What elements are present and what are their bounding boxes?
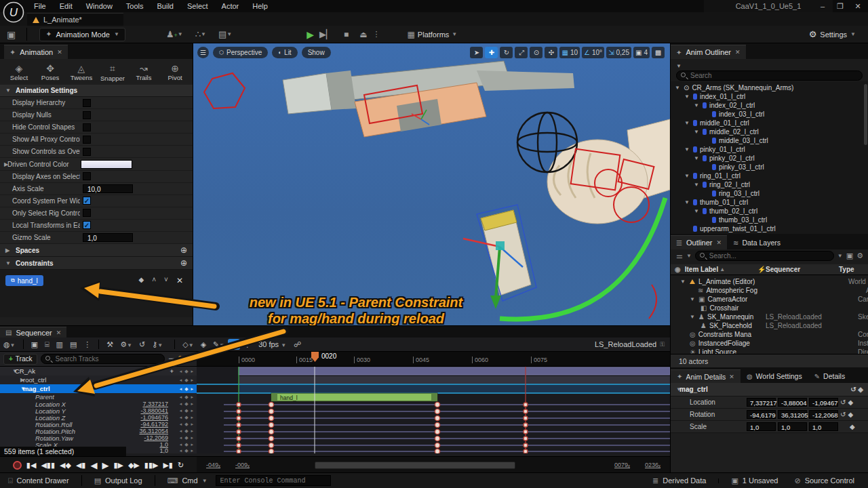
- tree-item[interactable]: ▼index_02_l_ctrl: [694, 101, 755, 110]
- tree-item[interactable]: ▼middle_02_l_ctrl: [694, 127, 759, 136]
- world-local-toggle-icon[interactable]: ⊙: [530, 47, 542, 58]
- loop-icon[interactable]: ↻: [178, 461, 184, 470]
- checkbox[interactable]: [83, 111, 91, 119]
- location-y-field[interactable]: -3,88004: [778, 398, 807, 407]
- add-actor-icon[interactable]: ♟+: [166, 29, 178, 39]
- camera-icon[interactable]: ▥: [53, 340, 66, 349]
- settings-chevron[interactable]: ▼: [850, 31, 856, 37]
- world-dropdown-icon[interactable]: ◍▼: [0, 340, 19, 349]
- menu-edit[interactable]: Edit: [53, 1, 79, 12]
- tree-item[interactable]: ▼ring_02_l_ctrl: [694, 180, 750, 189]
- tool-trails[interactable]: ↝Trails: [129, 63, 159, 82]
- checkbox[interactable]: [83, 123, 91, 131]
- perspective-dropdown[interactable]: ⬡ Perspective: [213, 47, 268, 58]
- add-constraint-icon[interactable]: ⊕: [180, 258, 187, 268]
- maximize-viewport-icon[interactable]: ▩: [652, 47, 665, 58]
- mag-ctrl-section-header[interactable]: ▼ mag_ctrl ↺ ◆: [671, 383, 868, 396]
- search-tracks-input[interactable]: [41, 354, 164, 364]
- menu-tools[interactable]: Tools: [119, 1, 151, 12]
- editor-mode-select[interactable]: ✦ Animation Mode ▼: [39, 28, 125, 41]
- anim-outliner-search[interactable]: [676, 70, 863, 81]
- timeline-scrollbar[interactable]: [315, 462, 515, 469]
- step-forward-icon[interactable]: ▮▶: [113, 461, 123, 470]
- key-nav-icons[interactable]: ◂ ◆ ▸: [180, 378, 194, 383]
- play-reverse-icon[interactable]: ◀: [90, 460, 97, 470]
- tree-item[interactable]: thumb_03_l_ctrl: [703, 216, 767, 224]
- checkbox[interactable]: [83, 99, 91, 107]
- column-sequencer[interactable]: Sequencer: [766, 266, 800, 273]
- settings-gear-icon[interactable]: ⚙: [809, 29, 817, 39]
- lock-icon[interactable]: ⚿: [660, 341, 665, 348]
- rotate-tool-icon[interactable]: ↻: [500, 47, 513, 58]
- tree-item[interactable]: upperarm_twist_01_l_ctrl: [684, 224, 776, 233]
- key-nav-icons[interactable]: ◂ ◆ ▸: [180, 435, 194, 441]
- outliner-row[interactable]: ▼♟SK_MannequinLS_ReloadLoadedSkeletalN: [690, 312, 753, 321]
- viewport-menu-icon[interactable]: ☰: [197, 47, 209, 58]
- menu-actor[interactable]: Actor: [215, 1, 246, 12]
- tree-item[interactable]: ▼thumb_01_l_ctrl: [684, 198, 748, 207]
- track-location-z[interactable]: Location Z-1,094676◂ ◆ ▸: [0, 414, 197, 421]
- column-type[interactable]: Type: [839, 266, 854, 273]
- stop-icon[interactable]: ■: [338, 30, 354, 39]
- scale-x-field[interactable]: 1,0: [747, 422, 776, 431]
- key-icon[interactable]: ◆: [850, 423, 855, 430]
- platforms-label[interactable]: Platforms: [415, 30, 452, 39]
- record-icon[interactable]: [13, 461, 22, 470]
- spaces-section[interactable]: ▶ Spaces ⊕: [0, 244, 193, 257]
- show-dropdown[interactable]: Show: [302, 47, 331, 58]
- scale-y-field[interactable]: 1,0: [778, 422, 807, 431]
- output-log-button[interactable]: ▤ Output Log: [86, 476, 151, 485]
- reset-icon[interactable]: ↺: [840, 411, 846, 418]
- key-icon[interactable]: ◆: [858, 386, 863, 393]
- menu-build[interactable]: Build: [151, 1, 180, 12]
- playback-options-icon[interactable]: ⚙▼: [117, 340, 136, 349]
- checkbox[interactable]: [83, 136, 91, 144]
- tool-tweens[interactable]: ◬Tweens: [66, 63, 96, 82]
- play-icon[interactable]: ▶: [102, 460, 108, 470]
- snap-magnet-icon[interactable]: ∩: [228, 339, 240, 350]
- menu-help[interactable]: Help: [245, 1, 275, 12]
- settings-label[interactable]: Settings: [820, 30, 847, 39]
- range-end-outer[interactable]: 0236ₓ: [645, 462, 660, 468]
- track-location-y[interactable]: Location Y-3,880041◂ ◆ ▸: [0, 407, 197, 414]
- outliner-row[interactable]: ▼L_Animate (Editor)World: [680, 277, 755, 286]
- filter-chevron-icon[interactable]: ▼: [676, 63, 682, 69]
- blueprints-icon[interactable]: ∴: [195, 29, 201, 39]
- cmd-dropdown[interactable]: ⌨ Cmd ▼: [159, 476, 216, 485]
- outliner-row[interactable]: ◎InstancedFoliageInstance: [690, 339, 750, 348]
- tool-snapper[interactable]: ⌗Snapper: [98, 63, 127, 82]
- key-nav-icons[interactable]: ◂ ◆ ▸: [180, 408, 194, 413]
- checkbox-checked[interactable]: ✓: [83, 197, 91, 205]
- visibility-eye-icon[interactable]: ◉: [671, 266, 685, 273]
- key-nav-icons[interactable]: ◂ ◆ ▸: [180, 386, 194, 392]
- keyframe-options-icon[interactable]: ◇▼: [179, 340, 197, 349]
- move-down-icon[interactable]: ˅: [164, 276, 168, 285]
- level-tab[interactable]: L_Animate*: [27, 13, 123, 26]
- render-movie-icon[interactable]: ▤: [66, 340, 80, 349]
- track-rotation-yaw[interactable]: Rotation.Yaw-12,2069◂ ◆ ▸: [0, 434, 197, 441]
- delete-constraint-icon[interactable]: ✕: [176, 276, 183, 285]
- tab-details[interactable]: ✎ Details: [808, 369, 852, 383]
- grid-snap-toggle[interactable]: ▦10: [559, 47, 580, 58]
- auto-keyframe-icon[interactable]: ◈: [197, 340, 210, 349]
- track-location-x[interactable]: Location X7,337217◂ ◆ ▸: [0, 401, 197, 407]
- close-icon[interactable]: ✕: [56, 329, 62, 336]
- minimize-button[interactable]: –: [814, 1, 831, 12]
- tree-item[interactable]: pinky_03_l_ctrl: [703, 163, 764, 171]
- gizmo-scale-field[interactable]: 1,0: [83, 233, 133, 242]
- actions-icon[interactable]: ⚒: [103, 340, 117, 349]
- viewport[interactable]: ☰ ⬡ Perspective ◐ Lit Show ➤ ✚ ↻ ⤢ ⊙ ✣ ▦…: [193, 43, 670, 325]
- sphere-control-wireframe[interactable]: [517, 113, 577, 172]
- rotation-pitch-field[interactable]: 36,31205: [778, 410, 807, 419]
- tree-item[interactable]: ▼thumb_02_l_ctrl: [694, 207, 757, 216]
- add-actor-chevron[interactable]: ▼: [178, 31, 183, 37]
- restore-button[interactable]: ❐: [831, 1, 849, 12]
- animation-settings-header[interactable]: ▼ Animation Settings: [0, 85, 193, 97]
- key-nav-icons[interactable]: ◂ ◆ ▸: [180, 448, 194, 453]
- track-root-ctrl[interactable]: ▶root_ctrl ◂ ◆ ▸: [0, 375, 197, 384]
- track-rotation-pitch[interactable]: Rotation.Pitch36,312054◂ ◆ ▸: [0, 428, 197, 434]
- add-section-icon[interactable]: +: [170, 367, 174, 375]
- close-icon[interactable]: ✕: [717, 239, 722, 246]
- play-icon[interactable]: ▶: [307, 29, 314, 40]
- scale-snap-toggle[interactable]: ⇲0,25: [606, 47, 631, 58]
